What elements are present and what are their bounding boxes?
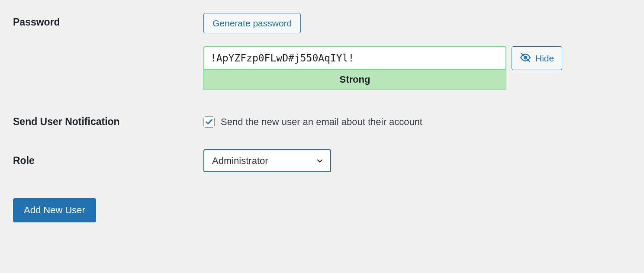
password-input-wrap: Strong Hide bbox=[203, 46, 631, 90]
role-select[interactable]: Administrator bbox=[203, 149, 331, 172]
password-label: Password bbox=[13, 13, 203, 28]
password-strength-indicator: Strong bbox=[203, 70, 506, 90]
send-notification-checkbox[interactable] bbox=[203, 116, 215, 128]
password-field-group: Generate password Strong Hide bbox=[203, 13, 631, 90]
notification-field: Send the new user an email about their a… bbox=[203, 116, 631, 128]
check-icon bbox=[205, 118, 213, 126]
notification-checkbox-label[interactable]: Send the new user an email about their a… bbox=[221, 116, 422, 128]
role-label: Role bbox=[13, 155, 203, 167]
role-field: Administrator bbox=[203, 149, 631, 172]
add-user-form: Password Generate password Strong bbox=[13, 13, 631, 222]
eye-slash-icon bbox=[520, 52, 531, 64]
hide-button-label: Hide bbox=[535, 54, 554, 63]
password-input-group: Strong bbox=[203, 46, 506, 90]
add-new-user-button[interactable]: Add New User bbox=[13, 198, 96, 222]
role-row: Role Administrator bbox=[13, 149, 631, 172]
notification-checkbox-wrap: Send the new user an email about their a… bbox=[203, 116, 631, 128]
password-input[interactable] bbox=[203, 46, 506, 70]
notification-label: Send User Notification bbox=[13, 116, 203, 128]
submit-row: Add New User bbox=[13, 198, 631, 222]
hide-password-button[interactable]: Hide bbox=[512, 46, 562, 70]
password-row: Password Generate password Strong bbox=[13, 13, 631, 90]
generate-password-button[interactable]: Generate password bbox=[203, 13, 301, 33]
role-select-wrap: Administrator bbox=[203, 149, 331, 172]
notification-row: Send User Notification Send the new user… bbox=[13, 116, 631, 128]
